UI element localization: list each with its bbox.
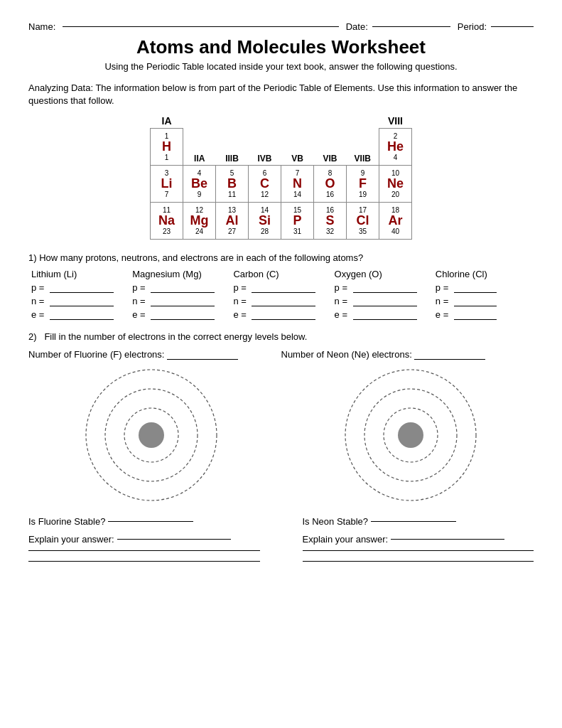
e-col-Cl: e = (433, 309, 534, 320)
atom-name-O: Oxygen (O) (335, 269, 382, 279)
e-label-Cl: e = (436, 309, 451, 320)
n-label-Li: n = (31, 296, 47, 306)
e-fill-Mg[interactable] (151, 319, 215, 320)
e-col-O: e = (332, 309, 433, 320)
n-label-C: n = (233, 296, 249, 306)
empty-IVB: IVB (249, 129, 281, 166)
neon-stability-col: Is Neon Stable? Explain your answer: (303, 516, 534, 572)
p-fill-Cl[interactable] (454, 292, 497, 293)
element-Al: 13 Al 27 (216, 203, 249, 240)
group-VIII: VIII (379, 114, 412, 129)
group-empty6 (347, 114, 379, 129)
neon-explain-fill[interactable] (391, 539, 504, 540)
n-label-O: n = (335, 296, 350, 306)
n-col-Li: n = (28, 296, 129, 306)
question-2-section: 2) Fill in the number of electrons in th… (28, 331, 534, 506)
n-fill-O[interactable] (353, 306, 417, 306)
n-label-Cl: n = (436, 296, 451, 306)
n-fill-Li[interactable] (50, 306, 114, 306)
atom-diagrams-row (28, 364, 534, 506)
p-label-O: p = (335, 282, 350, 293)
n-label-Mg: n = (132, 296, 148, 306)
element-P: 15 P 31 (281, 203, 314, 240)
atom-col-Mg: Magnesium (Mg) (129, 269, 230, 279)
question-1-title: 1) How many protons, neutrons, and elect… (28, 252, 534, 263)
neon-electrons-label: Number of Neon (Ne) electrons: (281, 349, 412, 360)
p-label-Mg: p = (132, 282, 148, 293)
date-section: Date: (346, 21, 450, 32)
neon-stable-fill[interactable] (371, 521, 456, 522)
fluorine-fill-line[interactable] (167, 359, 238, 360)
n-fill-C[interactable] (252, 306, 315, 306)
n-col-Cl: n = (433, 296, 534, 306)
p-fill-O[interactable] (353, 292, 417, 293)
element-Ne: 10 Ne 20 (379, 166, 412, 203)
atom-col-Li: Lithium (Li) (28, 269, 129, 279)
fluorine-stable-fill[interactable] (108, 521, 193, 522)
p-fill-Li[interactable] (50, 292, 114, 293)
question-1-number: 1) (28, 252, 37, 263)
p-col-Mg: p = (129, 282, 230, 293)
atom-names-row: Lithium (Li) Magnesium (Mg) Carbon (C) O… (28, 269, 534, 279)
p-col-Cl: p = (433, 282, 534, 293)
e-col-C: e = (230, 309, 331, 320)
element-Ar: 18 Ar 40 (379, 203, 412, 240)
neon-stable-label: Is Neon Stable? (303, 516, 369, 527)
header-row: Name: Date: Period: (28, 21, 534, 32)
empty-IIIB: IIIB (216, 129, 249, 166)
fluorine-electrons-label: Number of Fluorine (F) electrons: (28, 349, 164, 360)
group-header-top-row: IA VIII (151, 114, 412, 129)
question-2-title: 2) Fill in the number of electrons in th… (28, 331, 534, 342)
atom-name-Li: Lithium (Li) (31, 269, 77, 279)
empty-VIB: VIB (314, 129, 347, 166)
electron-labels-row: Number of Fluorine (F) electrons: Number… (28, 349, 534, 360)
p-fill-C[interactable] (252, 292, 315, 293)
element-Mg: 12 Mg 24 (183, 203, 216, 240)
e-label-Li: e = (31, 309, 47, 320)
neon-atom-diagram (340, 364, 482, 506)
neon-explain-label: Explain your answer: (303, 534, 389, 545)
p-fill-Mg[interactable] (151, 292, 215, 293)
group-empty2 (216, 114, 249, 129)
atom-name-C: Carbon (C) (233, 269, 279, 279)
subtitle: Using the Periodic Table located inside … (28, 61, 534, 72)
p-col-O: p = (332, 282, 433, 293)
fluorine-label-col: Number of Fluorine (F) electrons: (28, 349, 281, 360)
p-label-Li: p = (31, 282, 47, 293)
p-label-Cl: p = (436, 282, 451, 293)
element-O: 8 O 16 (314, 166, 347, 203)
e-col-Mg: e = (129, 309, 230, 320)
e-label-C: e = (233, 309, 249, 320)
n-row: n = n = n = n = n = (28, 296, 534, 306)
fluorine-explain-fill[interactable] (117, 539, 231, 540)
group-IA: IA (151, 114, 183, 129)
e-label-O: e = (335, 309, 350, 320)
n-col-C: n = (230, 296, 331, 306)
e-fill-O[interactable] (353, 319, 417, 320)
element-C: 6 C 12 (249, 166, 281, 203)
atom-name-Cl: Chlorine (Cl) (436, 269, 487, 279)
fluorine-diagram-col (28, 364, 274, 506)
neon-label-col: Number of Neon (Ne) electrons: (281, 349, 534, 360)
element-N: 7 N 14 (281, 166, 314, 203)
date-label: Date: (346, 21, 368, 32)
atom-name-Mg: Magnesium (Mg) (132, 269, 202, 279)
element-Cl: 17 Cl 35 (347, 203, 379, 240)
neon-extra-lines (303, 550, 534, 562)
name-label: Name: (28, 21, 55, 32)
e-fill-Cl[interactable] (454, 319, 497, 320)
stability-section: Is Fluorine Stable? Explain your answer:… (28, 516, 534, 572)
e-fill-C[interactable] (252, 319, 315, 320)
group-empty1 (183, 114, 216, 129)
question-1-text: How many protons, neutrons, and electron… (39, 252, 363, 263)
atom-col-Cl: Chlorine (Cl) (433, 269, 534, 279)
page-title: Atoms and Molecules Worksheet (28, 36, 534, 58)
period-section: Period: (458, 21, 534, 32)
n-fill-Cl[interactable] (454, 306, 497, 306)
periodic-table: IA VIII 1 H 1 IIA IIIB (150, 114, 412, 240)
element-Be: 4 Be 9 (183, 166, 216, 203)
fluorine-line-2 (28, 561, 260, 562)
n-fill-Mg[interactable] (151, 306, 215, 306)
e-fill-Li[interactable] (50, 319, 114, 320)
neon-fill-line[interactable] (414, 359, 485, 360)
